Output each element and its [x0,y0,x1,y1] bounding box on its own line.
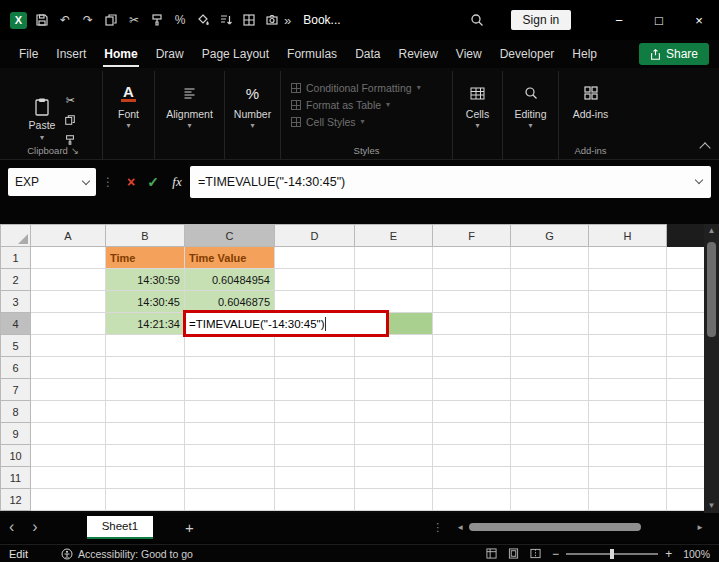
cut-icon[interactable]: ✂ [63,93,77,107]
cell-H3[interactable] [589,291,667,313]
cell-I6[interactable] [667,357,705,379]
paste-button[interactable]: Paste ▾ [29,97,56,142]
cell-A1[interactable] [31,247,106,269]
tab-bar-divider-icon[interactable]: ⋮ [432,521,443,534]
collapse-ribbon-icon[interactable] [699,142,710,153]
previous-sheet-icon[interactable]: ‹ [0,516,23,538]
tab-file[interactable]: File [10,41,47,67]
cell-F8[interactable] [433,401,511,423]
cell-G5[interactable] [511,335,589,357]
cell-B11[interactable] [106,467,185,489]
cell-E11[interactable] [355,467,433,489]
enter-icon[interactable]: ✓ [142,174,164,190]
cell-D6[interactable] [275,357,355,379]
cell-C10[interactable] [185,445,275,467]
column-header-B[interactable]: B [106,225,185,247]
cell-E1[interactable] [355,247,433,269]
cell-G12[interactable] [511,489,589,511]
cell-B5[interactable] [106,335,185,357]
cell-F3[interactable] [433,291,511,313]
cell-E5[interactable] [355,335,433,357]
cell-B6[interactable] [106,357,185,379]
row-header-3[interactable]: 3 [1,291,31,313]
tab-help[interactable]: Help [563,41,606,67]
minimize-button[interactable]: − [599,0,639,40]
formula-input[interactable]: =TIMEVALUE("-14:30:45") [190,166,711,198]
scroll-right-icon[interactable]: ► [693,523,707,532]
cell-C9[interactable] [185,423,275,445]
number-group[interactable]: % Number ▾ [224,71,280,159]
cell-F7[interactable] [433,379,511,401]
copy-icon[interactable] [63,113,77,127]
cell-I3[interactable] [667,291,705,313]
name-box[interactable]: EXP [8,168,96,196]
cell-E7[interactable] [355,379,433,401]
cell-G6[interactable] [511,357,589,379]
tab-view[interactable]: View [447,41,491,67]
cell-H9[interactable] [589,423,667,445]
cell-A3[interactable] [31,291,106,313]
cells-group[interactable]: Cells ▾ [452,71,502,159]
cell-H8[interactable] [589,401,667,423]
scroll-up-icon[interactable]: ▲ [708,224,716,238]
cell-F1[interactable] [433,247,511,269]
column-header-H[interactable]: H [589,225,667,247]
cell-B9[interactable] [106,423,185,445]
cell-A9[interactable] [31,423,106,445]
row-header-11[interactable]: 11 [1,467,31,489]
cell-E12[interactable] [355,489,433,511]
cell-F6[interactable] [433,357,511,379]
sort-icon[interactable] [218,12,234,28]
number-dropdown-icon[interactable]: ▾ [250,121,254,130]
cell-C1[interactable]: Time Value [185,247,275,269]
cell-E8[interactable] [355,401,433,423]
cell-E6[interactable] [355,357,433,379]
cell-A5[interactable] [31,335,106,357]
more-commands-icon[interactable]: » [284,13,291,28]
cell-D11[interactable] [275,467,355,489]
cell-I7[interactable] [667,379,705,401]
column-header-D[interactable]: D [275,225,355,247]
cell-C12[interactable] [185,489,275,511]
cell-F4[interactable] [433,313,511,335]
select-all-corner[interactable] [1,225,31,247]
cell-A8[interactable] [31,401,106,423]
cell-D5[interactable] [275,335,355,357]
cell-G4[interactable] [511,313,589,335]
zoom-level[interactable]: 100% [683,548,710,560]
zoom-in-icon[interactable]: + [665,547,672,561]
cell-F12[interactable] [433,489,511,511]
cell-I10[interactable] [667,445,705,467]
horizontal-scrollbar[interactable]: ◄ ► [453,522,707,532]
redo-icon[interactable]: ↷ [80,12,96,28]
tab-page-layout[interactable]: Page Layout [193,41,278,67]
cell-E2[interactable] [355,269,433,291]
cell-H10[interactable] [589,445,667,467]
cell-C7[interactable] [185,379,275,401]
format-as-table-button[interactable]: Format as Table ▾ [291,96,390,113]
conditional-formatting-button[interactable]: Conditional Formatting ▾ [291,79,421,96]
cell-A6[interactable] [31,357,106,379]
cell-I5[interactable] [667,335,705,357]
undo-icon[interactable]: ↶ [57,12,73,28]
percent-style-icon[interactable]: % [172,12,188,28]
row-header-5[interactable]: 5 [1,335,31,357]
accessibility-status[interactable]: Accessibility: Good to go [61,548,193,560]
cell-D12[interactable] [275,489,355,511]
zoom-slider[interactable] [566,553,658,555]
cell-G9[interactable] [511,423,589,445]
cell-F5[interactable] [433,335,511,357]
close-button[interactable]: × [679,0,719,40]
zoom-slider-thumb[interactable] [610,549,614,559]
cell-B8[interactable] [106,401,185,423]
scroll-left-icon[interactable]: ◄ [453,523,467,532]
cell-H5[interactable] [589,335,667,357]
cell-B1[interactable]: Time [106,247,185,269]
row-header-8[interactable]: 8 [1,401,31,423]
row-header-2[interactable]: 2 [1,269,31,291]
cell-A12[interactable] [31,489,106,511]
row-header-1[interactable]: 1 [1,247,31,269]
horizontal-scrollbar-thumb[interactable] [469,523,641,531]
sheet-tab-sheet1[interactable]: Sheet1 [87,516,153,539]
cell-D1[interactable] [275,247,355,269]
